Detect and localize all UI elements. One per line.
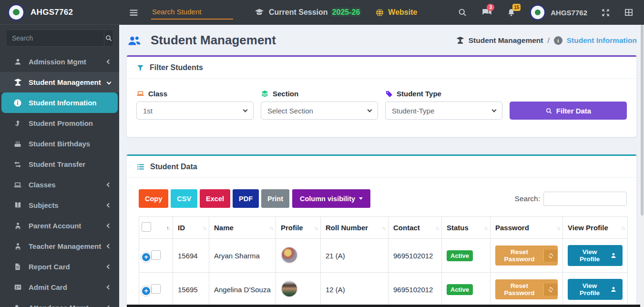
apps-grid-icon[interactable] [624, 8, 634, 17]
class-select[interactable]: 1st [136, 102, 254, 120]
student-search-input[interactable] [151, 6, 233, 20]
filter-funnel-icon [136, 64, 144, 72]
sidebar-item-student-promotion[interactable]: Student Promotion [0, 113, 119, 133]
view-profile-button[interactable]: View Profile [568, 245, 623, 266]
print-button[interactable]: Print [261, 189, 289, 208]
column-visibility-button[interactable]: Column visibility [292, 189, 370, 208]
filter-card-header: Filter Students [127, 57, 636, 79]
data-card-body: Copy CSV Excel PDF Print Column visibili… [127, 178, 636, 307]
column-header-name[interactable]: Name [209, 217, 276, 239]
info-icon [13, 99, 22, 107]
vertical-scrollbar[interactable] [640, 25, 644, 307]
hamburger-menu-icon[interactable] [129, 8, 139, 18]
sidebar: AHGS7762 Admission Mgmt Student Manageme… [0, 0, 119, 307]
scrollbar-thumb[interactable] [641, 25, 644, 215]
cell-id: 15695 [173, 273, 209, 307]
page-title: Student Management [126, 33, 276, 48]
fullscreen-icon[interactable] [601, 8, 610, 17]
sidebar-search-input[interactable] [6, 30, 104, 46]
current-session: Current Session 2025-26 [254, 8, 360, 17]
cell-roll-number: 21 (A) [321, 239, 388, 273]
sidebar-item-parent-account[interactable]: Parent Account [0, 215, 119, 236]
chevron-left-icon [107, 203, 112, 208]
column-header-profile[interactable]: Profile [276, 217, 321, 239]
sidebar-logo-row[interactable]: AHGS7762 [0, 0, 119, 25]
tag-icon [385, 90, 393, 98]
reset-password-button[interactable]: Reset Password [495, 279, 558, 299]
messages-badge: 3 [487, 4, 494, 11]
search-icon [105, 34, 112, 42]
user-icon [13, 58, 22, 66]
student-table: ID Name Profile Roll Number Contact Stat… [139, 216, 628, 307]
sidebar-item-admit-card[interactable]: Admit Card [0, 277, 119, 297]
cell-view-profile: View Profile [563, 273, 628, 307]
student-type-select[interactable]: Student-Type [385, 102, 502, 120]
view-profile-button[interactable]: View Profile [568, 279, 623, 300]
sidebar-item-subjects[interactable]: Subjects [0, 195, 119, 215]
reset-password-button[interactable]: Reset Password [495, 246, 558, 266]
excel-button[interactable]: Excel [200, 189, 230, 208]
sort-icon [484, 225, 487, 231]
column-header-contact[interactable]: Contact [388, 217, 442, 239]
chevron-left-icon [107, 224, 112, 228]
cell-id: 15694 [173, 239, 209, 273]
avatar [530, 4, 546, 20]
copy-button[interactable]: Copy [139, 189, 168, 208]
notifications-badge: 15 [512, 4, 521, 11]
sidebar-item-admission-mgmt[interactable]: Admission Mgmt [0, 51, 119, 72]
expand-row-button[interactable] [141, 252, 151, 262]
data-card-header: Student Data [127, 156, 636, 178]
sidebar-item-student-information[interactable]: Student Information [1, 92, 118, 113]
pdf-button[interactable]: PDF [233, 189, 259, 208]
filter-data-button[interactable]: Filter Data [510, 102, 627, 120]
column-header-id[interactable]: ID [173, 217, 209, 239]
cell-view-profile: View Profile [563, 239, 628, 273]
column-header-password[interactable]: Password [491, 217, 563, 239]
expand-row-button[interactable] [141, 286, 151, 296]
breadcrumb-parent[interactable]: Student Management [456, 36, 543, 45]
messages-icon[interactable]: 3 [481, 8, 493, 18]
chevron-left-icon [107, 265, 112, 269]
cell-roll-number: 12 (A) [321, 273, 388, 307]
sidebar-item-teacher-management[interactable]: Teacher Management [0, 236, 119, 256]
sidebar-item-attendance-mgmt[interactable]: Attendance Mgmt [0, 297, 119, 307]
cell-contact: 9695102012 [388, 239, 442, 273]
cell-password: Reset Password [491, 239, 563, 273]
select-all-checkbox[interactable] [142, 222, 151, 232]
graduate-icon [456, 36, 465, 45]
topbar: Current Session 2025-26 Website 3 15 AHG… [119, 0, 644, 25]
chevron-left-icon [107, 306, 112, 307]
sidebar-item-student-transfer[interactable]: Student Transfer [0, 154, 119, 174]
column-header-status[interactable]: Status [442, 217, 491, 239]
sidebar-item-student-birthdays[interactable]: Student Birthdays [0, 133, 119, 154]
search-icon[interactable] [458, 8, 467, 17]
column-header-view-profile[interactable]: View Profile [563, 217, 628, 239]
main-content: Student Management Student Management / … [119, 25, 644, 307]
info-icon: i [554, 36, 562, 45]
website-link[interactable]: Website [375, 8, 417, 17]
notifications-bell-icon[interactable]: 15 [507, 8, 516, 18]
graduate-icon [13, 78, 22, 87]
csv-button[interactable]: CSV [171, 189, 197, 208]
row-checkbox[interactable] [151, 284, 161, 294]
sort-icon[interactable] [166, 225, 170, 231]
sidebar-item-student-management[interactable]: Student Management [0, 72, 119, 92]
class-field: Class 1st [136, 90, 254, 120]
user-check-icon [13, 304, 22, 307]
book-icon [13, 201, 22, 210]
row-checkbox[interactable] [151, 250, 161, 260]
table-search-input[interactable] [543, 192, 627, 206]
breadcrumb-current[interactable]: Student Information [567, 36, 637, 45]
sidebar-item-report-card[interactable]: Report Card [0, 256, 119, 277]
sidebar-item-classes[interactable]: Classes [0, 174, 119, 195]
student-data-card: Student Data Copy CSV Excel PDF Print Co… [126, 154, 637, 307]
section-select[interactable]: Select Section [261, 102, 378, 120]
student-type-label: Student Type [385, 90, 502, 98]
breadcrumb: Student Management / i Student Informati… [456, 36, 637, 45]
user-menu[interactable]: AHGS7762 [530, 4, 587, 20]
column-header-roll-number[interactable]: Roll Number [321, 217, 388, 239]
user-icon [610, 252, 617, 259]
sidebar-menu: Admission Mgmt Student Management Studen… [0, 51, 119, 307]
student-photo [281, 280, 298, 297]
sidebar-search-button[interactable] [104, 30, 113, 46]
